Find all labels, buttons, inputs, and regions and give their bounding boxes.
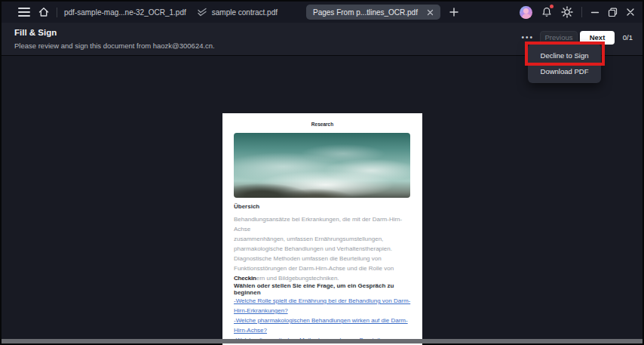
tab-document-1[interactable]: pdf-sample-mag...ne-32_OCR_1.pdf <box>64 8 186 17</box>
bottom-edge-strip <box>2 339 642 343</box>
tab-close-icon[interactable] <box>427 9 434 16</box>
notification-dot <box>550 5 554 8</box>
tab-document-2[interactable]: sample contract.pdf <box>212 8 278 17</box>
titlebar-divider <box>581 7 582 17</box>
next-button[interactable]: Next <box>580 31 615 45</box>
paragraph-line-tail: ern und Bildgebungstechniken. <box>256 275 339 282</box>
menu-item-download-pdf[interactable]: Download PDF <box>528 63 601 79</box>
document-page: Research Übersich Behandlungsansätze bei… <box>222 113 422 345</box>
verified-icon <box>197 8 207 17</box>
titlebar-divider <box>57 8 57 17</box>
window-close-icon[interactable] <box>626 8 635 17</box>
paragraph-line: Diagnostische Methoden umfassen die Beur… <box>234 254 412 263</box>
document-viewer: Research Übersich Behandlungsansätze bei… <box>2 56 642 343</box>
notifications-icon[interactable] <box>541 6 553 18</box>
paragraph-line: pharmakologische Behandlungen und Verhal… <box>234 244 412 254</box>
tab-document-3-active[interactable]: Pages From p...tlines_OCR.pdf <box>306 5 440 20</box>
menu-item-decline-to-sign[interactable]: Decline to Sign <box>528 48 601 63</box>
titlebar-right-cluster <box>520 2 635 23</box>
page-subtitle: Please review and sign this document fro… <box>14 42 215 50</box>
document-category-label: Research <box>222 122 422 127</box>
titlebar: pdf-sample-mag...ne-32_OCR_1.pdf sample … <box>2 2 642 23</box>
home-icon[interactable] <box>38 6 50 18</box>
minimize-icon[interactable] <box>590 8 600 17</box>
paragraph-line: Funktionsstörungen der Darm-Hirn-Achse u… <box>234 263 412 273</box>
paragraph-line: Behandlungsansätze bei Erkrankungen, die… <box>234 214 412 234</box>
settings-icon[interactable] <box>561 6 573 18</box>
previous-button[interactable]: Previous <box>540 31 578 45</box>
more-options-icon[interactable]: ••• <box>521 33 534 42</box>
user-avatar[interactable] <box>520 6 532 19</box>
question-links: -Welche Rolle spielt die Ernährung bei d… <box>234 296 412 345</box>
question-heading: Wählen oder stellen Sie eine Frage, um e… <box>234 282 412 296</box>
section-title: Übersich <box>234 203 259 210</box>
checkin-field-overlay[interactable]: Checkin <box>234 275 256 282</box>
document-link[interactable]: -Welche pharmakologischen Behandlungen w… <box>234 316 412 335</box>
menu-icon[interactable] <box>18 8 30 17</box>
restore-icon[interactable] <box>608 8 618 17</box>
page-counter: 0/1 <box>623 33 633 42</box>
more-options-menu: Decline to Sign Download PDF <box>528 44 601 83</box>
app-window: pdf-sample-mag...ne-32_OCR_1.pdf sample … <box>0 0 644 345</box>
document-link[interactable]: -Welche Rolle spielt die Ernährung bei d… <box>234 296 412 316</box>
active-tab-label: Pages From p...tlines_OCR.pdf <box>313 8 418 17</box>
ocean-wave-image <box>234 133 410 198</box>
new-tab-icon[interactable] <box>449 8 458 17</box>
document-paragraph: Behandlungsansätze bei Erkrankungen, die… <box>234 214 412 283</box>
page-title: Fill & Sign <box>14 28 57 37</box>
paragraph-line: zusammenhängen, umfassen Ernährungsumste… <box>234 234 412 244</box>
